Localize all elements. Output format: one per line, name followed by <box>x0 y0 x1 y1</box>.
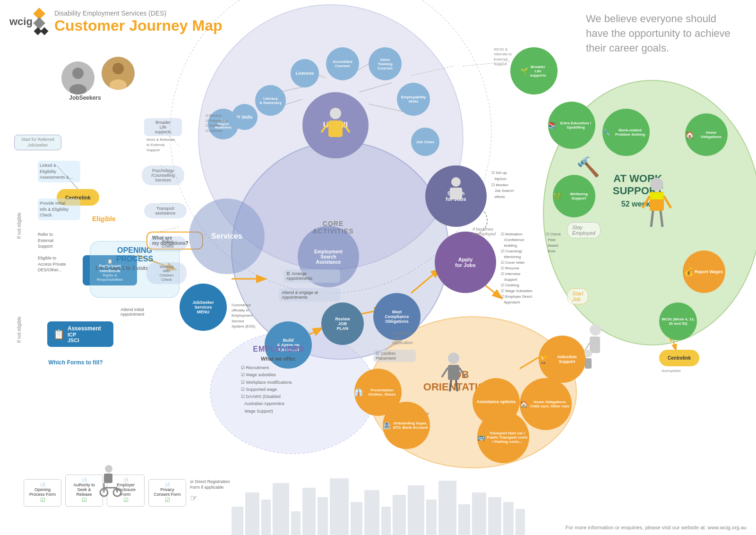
onboarding-text: Onboarding Super, ATO, Bank Account <box>391 420 430 431</box>
cover-letter: ☑ Cover letter <box>501 260 533 266</box>
employer-direct: ☑ Employer Direct Approach <box>501 294 533 305</box>
svg-rect-63 <box>590 337 600 353</box>
wages-icon: 💰 <box>684 268 694 276</box>
wellbeing-support: 💚 Wellbeing Support <box>553 175 595 217</box>
onboarding-icon: 🏦 <box>383 422 391 429</box>
clothing: ☑ Clothing <box>501 283 533 288</box>
employment-search-text: Employment Search Assistance <box>312 247 345 267</box>
home-bottom-icon: 🏠 <box>520 400 528 408</box>
assessment-title: Assessment <box>68 325 101 332</box>
coaching: ☑ Coaching/ Mentoring <box>501 249 533 260</box>
resume: ☑ Resume <box>501 266 533 271</box>
upskill-circle: Upskill <box>302 92 369 158</box>
wcig-weeks: WCIG (Week 4, 13, 26 and 52) <box>659 302 697 340</box>
jsr-clothes: ☑ Clothes <box>206 123 246 129</box>
successful-job-app: SuccessfulJobApplication <box>392 331 435 345</box>
work-referrals: Work & Referralsto ExternalSupport <box>146 137 187 153</box>
confirm-placement: ☑ ConfirmPlacement <box>373 350 416 362</box>
motivation: ☑ Motivation /Confidence building <box>501 232 533 249</box>
svg-line-53 <box>450 380 451 391</box>
work-problem-solving: 🔧 Work-related Problem Solving <box>602 109 650 156</box>
svg-line-51 <box>442 368 448 377</box>
assessment-jsci: JSCI <box>68 337 101 343</box>
svg-line-54 <box>456 380 457 391</box>
broader-life-supports-services: BroaderLifesupports <box>144 118 182 136</box>
police-check-box: PoliceCheck <box>149 236 187 251</box>
svg-line-66 <box>585 343 590 351</box>
review-job-plan: Review JOB PLAN <box>321 302 364 345</box>
form-3-check: ☑ <box>111 497 140 503</box>
working-children-check: WorkingWithChildrenCheck <box>146 262 187 284</box>
licences-text: Licences <box>296 71 314 76</box>
wheelchair-person <box>94 464 123 497</box>
apply-checklist: ☑ Motivation /Confidence building ☑ Coac… <box>501 232 533 305</box>
employers-title: EMPLOYERS <box>232 345 326 354</box>
psychology-box: Psychology/CounsellingServices <box>142 165 184 185</box>
left-flow-2: Provide InitialInfo & EligibilityCheck <box>38 198 80 220</box>
police-check: PoliceCheck <box>149 236 187 251</box>
home-obligations-bottom-text: Home Obligations Child care, Other care <box>528 398 572 410</box>
review-job-plan-text: Review JOB PLAN <box>333 314 352 333</box>
clothes-icon: 👔 <box>354 388 362 396</box>
svg-point-31 <box>72 68 84 79</box>
form-1-text: Opening Process Form <box>28 487 57 497</box>
apply-jobs-text: Apply for Jobs <box>453 254 478 270</box>
arrange-box: 🗓 ArrangeAppointments <box>284 269 340 283</box>
emp-daaws: ☑ DAAWS (Disabled Australian Apprentice … <box>241 393 326 415</box>
broader-icon: 🌱 <box>520 67 528 75</box>
extra-education-text: Extra Education / Upskilling <box>556 120 595 131</box>
working-children-box: WorkingWithChildrenCheck <box>146 262 187 284</box>
svg-line-19 <box>161 227 180 232</box>
jobseeker-person-1 <box>61 61 94 95</box>
licences: Licences <box>291 59 319 87</box>
wcig-weeks-text: WCIG (Week 4, 13, 26 and 52) <box>659 316 697 327</box>
transport-text: Transport Own car / Public Transport cos… <box>485 430 529 445</box>
home-obligations-text: Home Obligations <box>695 129 728 140</box>
svg-line-48 <box>661 211 662 227</box>
accredited-courses: Accredited Courses <box>326 47 359 80</box>
search-checklist: ☑ Set up MyGov ☑ Monitor Job Search effo… <box>491 170 514 200</box>
transport-bottom: 🚌 Transport Own car / Public Transport c… <box>477 411 529 463</box>
jobseekers-label: JobSeekers <box>64 95 106 101</box>
centrelink-right-text: Centrelink <box>668 355 691 361</box>
jsr-presentation: ☑ Presentation <box>206 119 246 124</box>
assessment-content: 📋 Assessment ICP JSCI <box>53 325 108 343</box>
employability-skills: Employability Skills <box>397 83 430 116</box>
svg-rect-44 <box>650 192 664 199</box>
report-wages: 💰 Report Wages <box>683 250 725 293</box>
attend-appointments: Attend & engage atAppointments <box>279 288 340 302</box>
literacy-numeracy: Literacy & Numeracy <box>255 85 286 116</box>
assistance-text: Assistance options <box>475 398 517 406</box>
problem-icon: 🔧 <box>602 129 610 136</box>
jobseeker-person-2 <box>102 57 135 90</box>
emp-recruitment: ☑ Recruitment <box>241 364 326 371</box>
svg-rect-56 <box>104 474 112 483</box>
left-flow-3: Refer toExternalSupport <box>38 232 80 250</box>
direct-registration: or Direct Registration Form if applicabl… <box>190 479 237 507</box>
worker-person <box>638 175 676 222</box>
start-referred-box: Start for Referred JobSeeker <box>14 135 61 150</box>
privacy-consent-form: 📄 Privacy Consent Form ☑ <box>148 479 186 507</box>
at-work-icon: 🔨 <box>576 156 600 178</box>
literacy-text: Literacy & Numeracy <box>258 95 284 107</box>
assessment-icon: 📋 <box>53 328 65 340</box>
presentation-text: Presentation Clothes, Shoes <box>362 387 402 398</box>
meet-compliance-text: Meet Compliance Obligations <box>382 307 411 326</box>
if-not-eligible-1: If not eligible <box>17 212 22 239</box>
footer: For more information or enquiries, pleas… <box>566 525 747 530</box>
centrelink-right: Centrelink <box>659 350 699 366</box>
hand-pointer-icon: ☞ <box>190 492 237 504</box>
check-paid: ☑ Check Paid Award Role <box>546 232 561 254</box>
opening-process-form: 📄 Opening Process Form ☑ <box>24 479 61 507</box>
arrange-appointments: 🗓 ArrangeAppointments <box>284 269 340 283</box>
if-becomes-unemployed: If becomesunemployed <box>472 227 496 236</box>
employers-items-list: ☑ Recruitment ☑ Wage subsidies ☑ Workpla… <box>232 364 326 415</box>
wage-subsidies: ☑ Wage Subsidies <box>501 288 533 294</box>
home-icon: 🏠 <box>685 130 695 139</box>
eligible-label: Eligible <box>92 215 116 223</box>
services-circle: Services <box>189 198 265 274</box>
wellbeing-text: Wellbeing Support <box>562 191 595 201</box>
svg-point-55 <box>105 465 112 473</box>
search-jobs-text: Search for Jobs <box>443 188 468 204</box>
job-search-checklist: ☑ Resume ☑ Presentation ☑ Clothes ☑ Lice… <box>206 113 246 133</box>
